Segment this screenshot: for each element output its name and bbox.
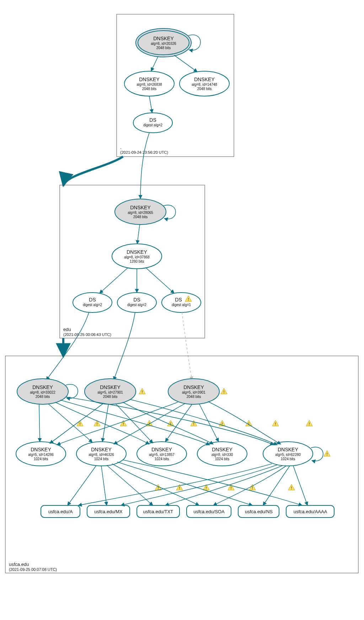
rrset-ns: usfca.edu/NS (238, 505, 279, 517)
node-edu-ksk: DNSKEY alg=8, id=28065 2048 bits (115, 199, 166, 225)
svg-text:alg=5, id=62280: alg=5, id=62280 (275, 453, 301, 457)
node-edu-zsk: DNSKEY alg=8, id=37868 1280 bits (112, 244, 162, 269)
warning-icon (272, 420, 279, 426)
svg-text:digest alg=2: digest alg=2 (143, 123, 163, 127)
svg-text:alg=5, id=27901: alg=5, id=27901 (97, 390, 123, 394)
edge (100, 268, 128, 293)
edge-ds3-to-ksk3-dashed (182, 312, 192, 380)
svg-text:2048 bits: 2048 bits (142, 87, 157, 91)
svg-text:1280 bits: 1280 bits (130, 259, 144, 263)
svg-text:usfca.edu/AAAA: usfca.edu/AAAA (294, 509, 327, 514)
svg-text:DNSKEY: DNSKEY (31, 447, 51, 452)
svg-text:2048 bits: 2048 bits (103, 395, 118, 399)
zone-root: . (2021-09-24 23:56:20 UTC) DNSKEY alg=8… (117, 14, 234, 157)
warning-icon (139, 388, 145, 394)
svg-text:2048 bits: 2048 bits (187, 395, 201, 399)
svg-text:1024 bits: 1024 bits (215, 457, 230, 461)
dnssec-graph: ! . (2021-09-24 23:56:20 UTC) DNSKEY alg… (0, 0, 364, 620)
svg-text:usfca.edu/SOA: usfca.edu/SOA (193, 509, 225, 514)
svg-text:usfca.edu/NS: usfca.edu/NS (245, 509, 273, 514)
warning-icon (221, 388, 227, 394)
node-edu-ds3: DS digest alg=1 (162, 293, 201, 312)
svg-point-33 (162, 293, 201, 312)
edge-ds2-to-ksk2 (114, 312, 135, 380)
svg-text:digest alg=2: digest alg=2 (127, 303, 147, 307)
svg-text:usfca.edu/A: usfca.edu/A (48, 509, 73, 514)
edges-zsk-to-rr (68, 460, 307, 505)
svg-text:DS: DS (175, 297, 182, 303)
svg-text:2048 bits: 2048 bits (156, 46, 171, 50)
svg-text:alg=5, id=13857: alg=5, id=13857 (149, 453, 175, 457)
svg-text:1024 bits: 1024 bits (155, 457, 169, 461)
zone-usfca-label: usfca.edu (9, 562, 29, 567)
svg-text:alg=8, id=37868: alg=8, id=37868 (124, 255, 150, 259)
zone-usfca: usfca.edu (2021-09-25 00:07:08 UTC) DNSK… (5, 356, 358, 573)
zone-usfca-timestamp: (2021-09-25 00:07:08 UTC) (9, 567, 57, 572)
svg-point-15 (133, 113, 172, 133)
edge (149, 96, 152, 113)
node-edu-ds1: DS digest alg=2 (73, 293, 112, 312)
svg-text:2048 bits: 2048 bits (197, 87, 212, 91)
svg-text:DNSKEY: DNSKEY (139, 77, 160, 82)
svg-point-30 (117, 293, 156, 312)
node-root-ds: DS digest alg=2 (133, 113, 172, 133)
rrset-soa: usfca.edu/SOA (187, 505, 231, 517)
svg-text:alg=8, id=330: alg=8, id=330 (212, 453, 233, 457)
svg-text:DNSKEY: DNSKEY (91, 447, 112, 452)
svg-text:1024 bits: 1024 bits (94, 457, 109, 461)
node-root-ksk: DNSKEY alg=8, id=20326 2048 bits (136, 28, 191, 57)
svg-text:2048 bits: 2048 bits (36, 395, 50, 399)
edge-delegation-root-edu (63, 157, 123, 186)
edge (151, 56, 158, 71)
zone-edu: edu (2021-09-25 00:06:43 UTC) DNSKEY alg… (60, 185, 205, 338)
svg-text:DNSKEY: DNSKEY (151, 447, 172, 452)
warning-icon (94, 420, 100, 426)
svg-text:DS: DS (149, 117, 156, 123)
rrset-txt: usfca.edu/TXT (137, 505, 180, 517)
node-usfca-ksk3: DNSKEY alg=5, id=3901 2048 bits (168, 379, 219, 404)
warning-icon (324, 451, 330, 456)
zone-edu-label: edu (63, 327, 71, 332)
svg-text:DNSKEY: DNSKEY (183, 384, 204, 390)
svg-text:alg=5, id=14286: alg=5, id=14286 (28, 453, 54, 457)
svg-text:1024 bits: 1024 bits (281, 457, 295, 461)
svg-text:alg=8, id=26838: alg=8, id=26838 (136, 83, 162, 86)
svg-text:usfca.edu/TXT: usfca.edu/TXT (143, 509, 173, 514)
zone-root-label: . (120, 145, 122, 150)
rrset-row: usfca.edu/A usfca.edu/MX usfca.edu/TXT u… (41, 505, 334, 517)
edge-ds-to-edu-ksk (140, 133, 149, 199)
warning-icon (306, 420, 312, 426)
svg-text:digest alg=2: digest alg=2 (83, 303, 102, 307)
rrset-aaaa: usfca.edu/AAAA (286, 505, 334, 517)
svg-text:DNSKEY: DNSKEY (100, 384, 121, 390)
svg-text:DNSKEY: DNSKEY (127, 249, 147, 255)
svg-text:DNSKEY: DNSKEY (153, 36, 174, 41)
rrset-mx: usfca.edu/MX (87, 505, 130, 517)
edge (146, 268, 174, 293)
node-usfca-zsk3: DNSKEY alg=5, id=13857 1024 bits (137, 442, 187, 466)
warning-icon (167, 420, 174, 426)
svg-text:DNSKEY: DNSKEY (278, 447, 298, 452)
warning-icon (120, 420, 127, 426)
edges-ksk-to-zsk (39, 397, 281, 445)
node-usfca-zsk1: DNSKEY alg=5, id=14286 1024 bits (16, 442, 66, 466)
node-usfca-ksk2: DNSKEY alg=5, id=27901 2048 bits (85, 379, 136, 404)
svg-text:usfca.edu/MX: usfca.edu/MX (94, 509, 123, 514)
svg-text:1024 bits: 1024 bits (34, 457, 48, 461)
svg-text:DS: DS (133, 297, 140, 303)
svg-text:DS: DS (89, 297, 96, 303)
svg-text:2048 bits: 2048 bits (133, 215, 148, 219)
edge (137, 225, 140, 244)
svg-text:DNSKEY: DNSKEY (194, 77, 215, 82)
node-usfca-zsk4: DNSKEY alg=8, id=330 1024 bits (197, 442, 247, 466)
svg-text:digest alg=1: digest alg=1 (172, 303, 191, 307)
svg-text:alg=8, id=28065: alg=8, id=28065 (128, 211, 153, 215)
node-root-zsk2: DNSKEY alg=8, id=14748 2048 bits (180, 71, 229, 96)
edge-ds1-to-ksk1 (46, 312, 89, 380)
svg-text:alg=8, id=33022: alg=8, id=33022 (30, 390, 55, 394)
edge (174, 55, 197, 72)
node-root-zsk1: DNSKEY alg=8, id=26838 2048 bits (124, 71, 174, 96)
svg-point-27 (73, 293, 112, 312)
svg-text:alg=8, id=14748: alg=8, id=14748 (192, 83, 217, 86)
rrset-a: usfca.edu/A (41, 505, 80, 517)
